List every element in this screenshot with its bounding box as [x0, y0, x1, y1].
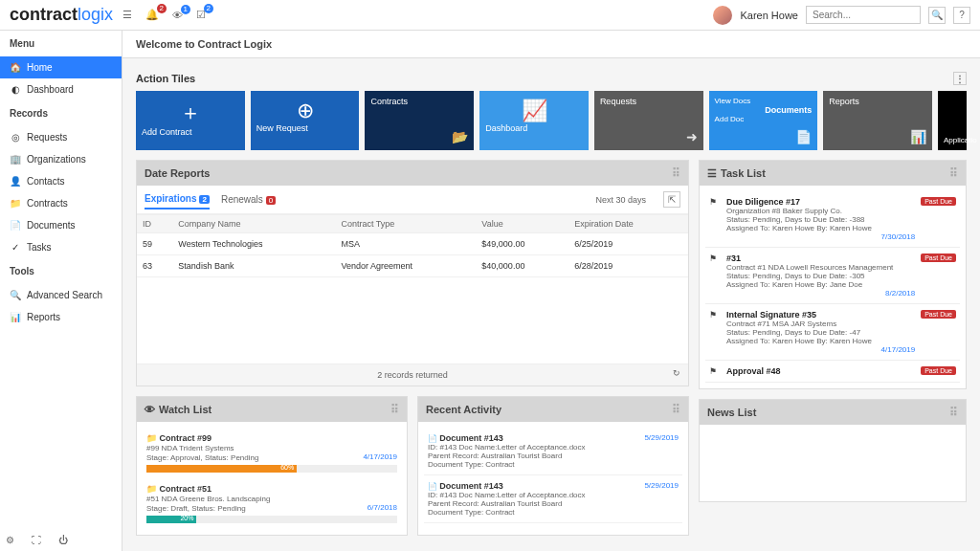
user-name[interactable]: Karen Howe: [740, 10, 798, 21]
pastdue-badge: Past Due: [921, 310, 956, 319]
task-item[interactable]: ⚑Approval #48Past Due: [705, 361, 960, 383]
panel-title: Date Reports: [145, 167, 210, 179]
search-icon: 🔍: [10, 290, 21, 300]
file-icon: 📄: [428, 434, 437, 443]
sidebar: Menu 🏠Home ◐Dashboard Records ◎Requests …: [0, 31, 122, 551]
bell-icon[interactable]: 🔔2: [145, 9, 159, 21]
tile-app[interactable]: Applicatio: [938, 91, 967, 150]
main: Welcome to Contract Logix Action Tiles⋮ …: [122, 31, 980, 551]
drag-icon[interactable]: ⠿: [672, 403, 680, 416]
tab-renewals[interactable]: Renewals0: [221, 190, 276, 209]
menu-heading: Menu: [0, 31, 122, 56]
tile-documents[interactable]: View DocsDocumentsAdd Doc📄: [709, 91, 818, 150]
flag-icon: ⚑: [709, 310, 721, 354]
checklist-icon[interactable]: ☑2: [196, 9, 206, 21]
arrow-circle-icon: ➜: [686, 129, 698, 144]
graph-icon: 📈: [485, 99, 583, 123]
tile-add-contract[interactable]: ＋Add Contract: [136, 91, 245, 150]
tile-reports[interactable]: Reports📊: [823, 91, 932, 150]
tile-requests[interactable]: Requests➜: [594, 91, 703, 150]
expand-icon[interactable]: ⛶: [32, 535, 41, 545]
chart-icon: 📊: [10, 312, 21, 322]
tab-expirations[interactable]: Expirations2: [145, 189, 210, 209]
refresh-icon[interactable]: ↻: [673, 368, 680, 378]
home-icon: 🏠: [10, 62, 21, 73]
task-list-panel: ☰Task List⠿ ⚑Due Diligence #17Organizati…: [699, 160, 967, 389]
drag-icon[interactable]: ⠿: [949, 406, 958, 419]
gauge-icon: ◐: [10, 84, 21, 95]
table-row[interactable]: 63Standish BankVendor Agreement$40,000.0…: [137, 255, 688, 277]
file-icon: 📄: [10, 220, 21, 231]
sidebar-item-tasks[interactable]: ✓Tasks: [0, 236, 122, 258]
search-input[interactable]: [806, 6, 921, 24]
file-icon: 📄: [428, 482, 437, 491]
export-button[interactable]: ⇱: [663, 191, 680, 208]
doc-icon: 📄: [795, 129, 812, 144]
folder-icon: 📁: [146, 433, 157, 443]
list-icon: ☰: [707, 167, 717, 180]
tile-new-request[interactable]: ⊕New Request: [251, 91, 360, 150]
recent-item[interactable]: 📄 Document #1435/29/2019ID: #143 Doc Nam…: [424, 428, 682, 475]
task-item[interactable]: ⚑Internal Signature #35Contract #71 MSA …: [705, 304, 960, 361]
tiles-heading: Action Tiles⋮: [136, 66, 967, 91]
watch-item[interactable]: 📁 Contract #99#99 NDA Trident SystemsSta…: [143, 428, 401, 478]
plus-circle-icon: ⊕: [256, 99, 354, 123]
sidebar-item-dashboard[interactable]: ◐Dashboard: [0, 78, 122, 100]
tile-dashboard[interactable]: 📈Dashboard: [479, 91, 589, 150]
tile-contracts[interactable]: Contracts📂: [365, 91, 474, 150]
sidebar-item-contacts[interactable]: 👤Contacts: [0, 170, 122, 192]
search-button[interactable]: 🔍: [928, 7, 946, 24]
flag-icon: ⚑: [709, 253, 721, 298]
sidebar-item-reports[interactable]: 📊Reports: [0, 306, 122, 328]
sidebar-item-organizations[interactable]: 🏢Organizations: [0, 148, 122, 170]
action-tiles: ＋Add Contract ⊕New Request Contracts📂 📈D…: [136, 91, 967, 150]
folder-open-icon: 📂: [452, 129, 468, 144]
building-icon: 🏢: [10, 154, 21, 165]
logo: contractlogix: [10, 5, 113, 25]
table-row[interactable]: 59Western TechnologiesMSA$49,000.006/25/…: [137, 233, 688, 255]
welcome-bar: Welcome to Contract Logix: [122, 31, 980, 58]
target-icon: ◎: [10, 132, 21, 143]
sidebar-item-requests[interactable]: ◎Requests: [0, 126, 122, 148]
drag-icon[interactable]: ⠿: [949, 166, 958, 180]
watch-list-panel: 👁Watch List⠿ 📁 Contract #99#99 NDA Tride…: [136, 396, 408, 536]
watch-item[interactable]: 📁 Contract #51#51 NDA Greene Bros. Lands…: [143, 478, 401, 529]
check-icon: ✓: [10, 242, 21, 253]
pastdue-badge: Past Due: [921, 366, 956, 375]
power-icon[interactable]: ⏻: [58, 535, 68, 545]
flag-icon: ⚑: [709, 366, 721, 376]
folder-icon: 📁: [10, 198, 21, 209]
records-heading: Records: [0, 100, 122, 126]
help-icon[interactable]: ?: [953, 7, 970, 24]
task-item[interactable]: ⚑Due Diligence #17Organization #8 Baker …: [705, 191, 960, 248]
gear-icon[interactable]: ⚙: [6, 535, 14, 545]
records-footer: 2 records returned↻: [137, 364, 688, 386]
folder-icon: 📁: [146, 484, 157, 494]
news-list-panel: News List⠿: [699, 399, 967, 502]
sidebar-item-advsearch[interactable]: 🔍Advanced Search: [0, 284, 122, 306]
pastdue-badge: Past Due: [921, 197, 956, 206]
plus-icon: ＋: [142, 99, 239, 127]
recent-item[interactable]: 📄 Document #1435/29/2019ID: #143 Doc Nam…: [424, 475, 682, 523]
date-range: Next 30 days: [595, 195, 646, 205]
eye-icon: 👁: [145, 404, 155, 415]
pastdue-badge: Past Due: [921, 253, 956, 262]
avatar[interactable]: [713, 6, 732, 25]
drag-icon[interactable]: ⠿: [390, 403, 399, 416]
sidebar-item-contracts[interactable]: 📁Contracts: [0, 192, 122, 214]
tools-heading: Tools: [0, 258, 122, 284]
task-item[interactable]: ⚑#31Contract #1 NDA Lowell Resources Man…: [705, 248, 960, 304]
tiles-more-button[interactable]: ⋮: [953, 72, 967, 85]
date-reports-table: ID Company Name Contract Type Value Expi…: [137, 214, 688, 277]
recent-activity-panel: Recent Activity⠿ 📄 Document #1435/29/201…: [417, 396, 689, 536]
bars-icon: 📊: [910, 129, 926, 144]
topbar: contractlogix ☰ 🔔2 👁1 ☑2 Karen Howe 🔍 ?: [0, 0, 980, 31]
menu-icon[interactable]: ☰: [122, 9, 132, 21]
person-icon: 👤: [10, 176, 21, 187]
sidebar-item-documents[interactable]: 📄Documents: [0, 214, 122, 236]
drag-icon[interactable]: ⠿: [672, 166, 680, 180]
eye-icon[interactable]: 👁1: [172, 10, 183, 21]
sidebar-item-home[interactable]: 🏠Home: [0, 56, 122, 78]
flag-icon: ⚑: [709, 197, 721, 241]
date-reports-panel: Date Reports⠿ Expirations2 Renewals0 Nex…: [136, 160, 689, 386]
